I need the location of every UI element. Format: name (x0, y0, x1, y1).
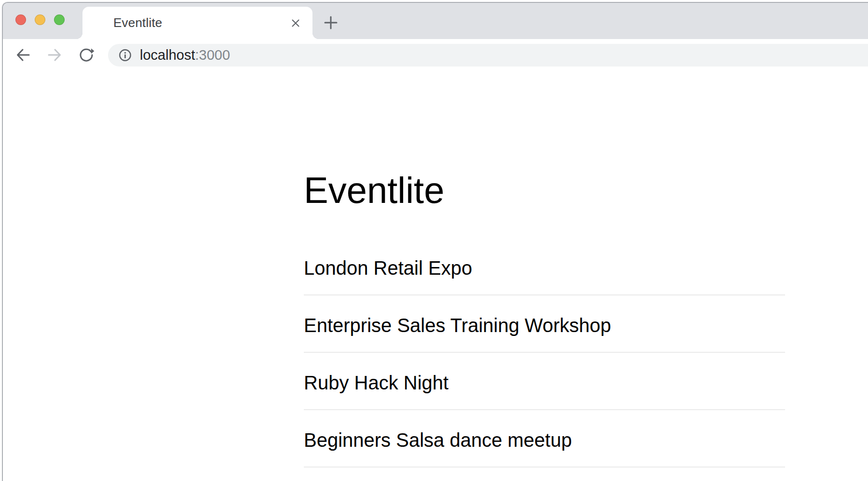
tab-close-icon[interactable] (289, 17, 302, 29)
tab-title: Eventlite (113, 7, 163, 39)
page-viewport: Eventlite London Retail Expo Enterprise … (3, 71, 868, 481)
page-title: Eventlite (304, 172, 445, 209)
reload-button[interactable] (78, 47, 95, 63)
reload-icon (78, 47, 95, 63)
event-link[interactable]: Enterprise Sales Training Workshop (304, 315, 611, 336)
back-button[interactable] (15, 47, 31, 63)
page-info-icon[interactable] (119, 49, 132, 62)
tab-strip: Eventlite (3, 3, 868, 39)
event-list: London Retail Expo Enterprise Sales Trai… (304, 238, 785, 468)
window-close-button[interactable] (15, 14, 26, 25)
event-link[interactable]: Ruby Hack Night (304, 372, 448, 393)
screenshot-canvas: Eventlite (0, 0, 868, 481)
event-row[interactable]: Beginners Salsa dance meetup (304, 410, 785, 468)
forward-arrow-icon (46, 47, 63, 63)
event-link[interactable]: Beginners Salsa dance meetup (304, 429, 572, 451)
url-host: localhost (140, 47, 195, 63)
address-bar[interactable]: localhost:3000 (108, 44, 868, 67)
new-tab-button[interactable] (323, 15, 339, 30)
event-link[interactable]: London Retail Expo (304, 257, 472, 279)
browser-toolbar: localhost:3000 (3, 39, 868, 70)
forward-button[interactable] (46, 47, 63, 63)
window-zoom-button[interactable] (54, 14, 65, 25)
plus-icon (323, 15, 339, 30)
window-minimize-button[interactable] (35, 14, 45, 25)
browser-window: Eventlite (2, 2, 868, 481)
tab-eventlite[interactable]: Eventlite (82, 7, 312, 39)
event-row[interactable]: Enterprise Sales Training Workshop (304, 295, 785, 353)
back-arrow-icon (15, 47, 31, 63)
url-text: localhost:3000 (140, 47, 230, 63)
url-port: :3000 (195, 47, 230, 63)
event-row[interactable]: London Retail Expo (304, 238, 785, 295)
event-row[interactable]: Ruby Hack Night (304, 353, 785, 410)
